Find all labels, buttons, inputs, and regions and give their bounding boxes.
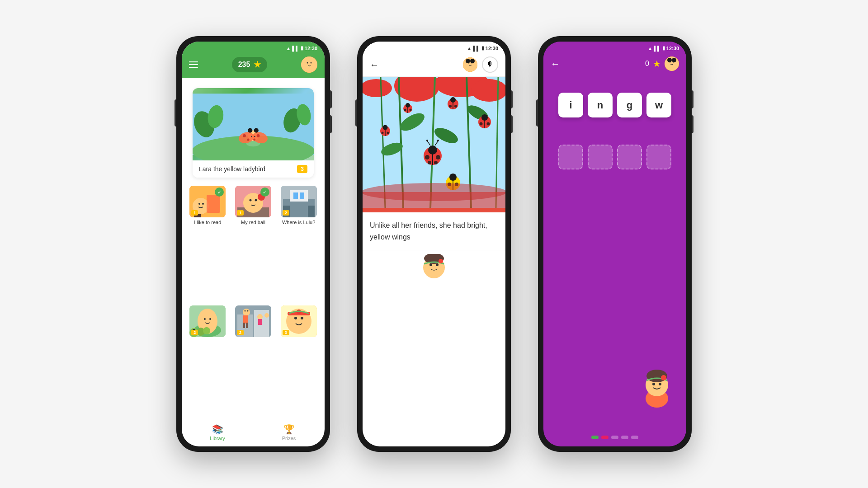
time-3: 12:30 xyxy=(666,46,679,51)
letter-choices: i n g w xyxy=(543,75,686,127)
avatar-1[interactable] xyxy=(301,56,317,73)
nav-prizes[interactable]: 🏆 Prizes xyxy=(253,424,325,441)
phone3-header: ← 0 ★ xyxy=(543,53,686,75)
avatar-image-1 xyxy=(301,56,317,73)
status-bar-2: ▲ ▌▌ ▮ 12:30 xyxy=(363,42,505,53)
back-button-3[interactable]: ← xyxy=(551,59,560,69)
avatar-3 xyxy=(665,56,679,71)
book-thumb-2: ✓ 1 xyxy=(235,186,271,217)
svg-point-21 xyxy=(251,136,252,137)
letter-tile-i[interactable]: i xyxy=(558,93,583,117)
svg-point-94 xyxy=(428,161,431,164)
svg-point-141 xyxy=(661,375,666,380)
status-icons-3: ▲ ▌▌ ▮ 12:30 xyxy=(647,45,679,51)
book-title-2: My red ball xyxy=(241,219,265,225)
level-2: 1 xyxy=(237,210,244,216)
signal-icon-3: ▌▌ xyxy=(654,46,661,51)
svg-point-56 xyxy=(247,310,248,312)
star-icon-3: ★ xyxy=(653,58,661,69)
svg-point-19 xyxy=(248,128,252,132)
svg-point-27 xyxy=(202,203,204,205)
svg-point-104 xyxy=(487,122,490,126)
book-thumb-3: 2 xyxy=(281,186,317,217)
book-item-3[interactable]: 2 Where is Lulu? xyxy=(278,186,319,301)
answer-slot-3[interactable] xyxy=(617,145,642,169)
svg-point-66 xyxy=(301,317,303,319)
status-icons-1: ▲ ▌▌ ▮ 12:30 xyxy=(286,45,317,51)
svg-point-142 xyxy=(652,383,655,385)
prog-dot-2 xyxy=(601,436,609,439)
letter-tile-g[interactable]: g xyxy=(617,93,642,117)
svg-point-128 xyxy=(429,263,432,266)
prog-dot-4 xyxy=(621,436,628,439)
svg-point-73 xyxy=(466,59,470,63)
svg-point-99 xyxy=(437,140,439,141)
prizes-icon: 🏆 xyxy=(283,424,295,435)
book-thumb-5: 2 xyxy=(235,305,271,337)
svg-point-109 xyxy=(454,105,457,108)
svg-point-92 xyxy=(425,155,429,160)
svg-point-143 xyxy=(659,383,661,385)
phone-2-story: ▲ ▌▌ ▮ 12:30 ← xyxy=(357,36,511,452)
phone1-screen: ▲ ▌▌ ▮ 12:30 235 ★ xyxy=(182,42,325,446)
svg-rect-38 xyxy=(293,192,298,199)
svg-point-16 xyxy=(247,138,249,141)
svg-point-65 xyxy=(294,317,297,319)
svg-rect-61 xyxy=(258,319,262,325)
svg-point-55 xyxy=(244,310,245,312)
svg-point-2 xyxy=(305,65,314,72)
signal-icon-1: ▌▌ xyxy=(292,46,299,51)
svg-point-49 xyxy=(203,327,210,334)
svg-point-93 xyxy=(436,155,440,160)
book-item-1[interactable]: ✓ 1 I like to read xyxy=(187,186,228,301)
phone1-header: 235 ★ xyxy=(182,53,325,78)
answer-slot-2[interactable] xyxy=(588,145,613,169)
phone-1-library: ▲ ▌▌ ▮ 12:30 235 ★ xyxy=(176,36,330,452)
svg-point-129 xyxy=(436,263,439,266)
header-right-2: 🎙 xyxy=(463,56,498,73)
svg-point-108 xyxy=(449,105,452,108)
wifi-icon-2: ▲ xyxy=(467,46,472,51)
phone3-screen: ▲ ▌▌ ▮ 12:30 ← 0 ★ xyxy=(543,42,686,446)
status-icons-2: ▲ ▌▌ ▮ 12:30 xyxy=(467,45,498,51)
book-thumb-6: 3 xyxy=(281,305,317,337)
featured-book[interactable]: Lara the yellow ladybird 3 xyxy=(193,88,314,178)
svg-point-22 xyxy=(254,136,255,137)
letter-tile-w[interactable]: w xyxy=(646,93,671,117)
back-button-2[interactable]: ← xyxy=(370,60,379,70)
svg-point-126 xyxy=(363,183,505,201)
book-item-6[interactable]: 3 xyxy=(278,305,319,414)
mic-button[interactable]: 🎙 xyxy=(482,56,498,73)
book-title-3: Where is Lulu? xyxy=(282,219,315,225)
svg-point-54 xyxy=(243,309,250,316)
wifi-icon-1: ▲ xyxy=(286,46,291,51)
answer-slot-1[interactable] xyxy=(558,145,583,169)
book-item-4[interactable]: 2 xyxy=(187,305,228,414)
level-1: 1 xyxy=(191,210,198,216)
menu-button[interactable] xyxy=(189,61,198,68)
battery-icon-2: ▮ xyxy=(481,45,484,51)
nav-library[interactable]: 📚 Library xyxy=(182,424,253,441)
svg-rect-39 xyxy=(300,192,304,199)
svg-point-114 xyxy=(387,132,389,134)
prog-dot-5 xyxy=(631,436,638,439)
level-3: 2 xyxy=(283,210,289,216)
prog-dot-3 xyxy=(611,436,618,439)
book-item-5[interactable]: 2 xyxy=(233,305,274,414)
score-badge: 235 ★ xyxy=(232,57,268,72)
svg-point-95 xyxy=(434,161,438,164)
bottom-nav: 📚 Library 🏆 Prizes xyxy=(182,420,325,446)
book-thumb-4: 2 xyxy=(189,305,226,337)
featured-title-text: Lara the yellow ladybird xyxy=(199,165,265,173)
svg-point-15 xyxy=(243,134,246,137)
featured-book-section: Lara the yellow ladybird 3 xyxy=(182,78,325,186)
letter-tile-n[interactable]: n xyxy=(588,93,613,117)
answer-slot-4[interactable] xyxy=(646,145,671,169)
book-grid: ✓ 1 I like to read xyxy=(182,186,325,420)
svg-rect-41 xyxy=(308,206,315,217)
status-bar-3: ▲ ▌▌ ▮ 12:30 xyxy=(543,42,686,53)
svg-point-136 xyxy=(667,58,672,62)
svg-point-4 xyxy=(310,62,311,64)
battery-icon-1: ▮ xyxy=(301,45,303,51)
book-item-2[interactable]: ✓ 1 My red ball xyxy=(233,186,274,301)
